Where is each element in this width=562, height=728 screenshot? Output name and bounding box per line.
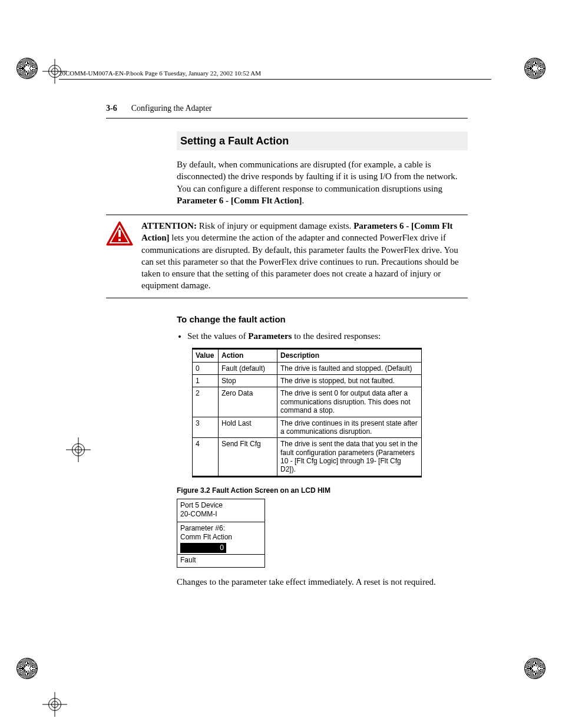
- him-bottom: Fault: [177, 555, 265, 568]
- cell-value: 3: [193, 417, 219, 438]
- him-param-number: Parameter #6:: [180, 524, 262, 533]
- attention-icon: [106, 221, 133, 246]
- table-row: 4 Send Flt Cfg The drive is sent the dat…: [193, 438, 422, 477]
- cell-value: 1: [193, 374, 219, 387]
- running-head: 3-6 Configuring the Adapter: [106, 103, 468, 114]
- section-heading: Setting a Fault Action: [177, 131, 468, 150]
- instruction-item: Set the values of Parameters to the desi…: [187, 330, 468, 342]
- attention-block: ATTENTION: Risk of injury or equipment d…: [106, 215, 468, 298]
- attention-body: lets you determine the action of the ada…: [141, 233, 459, 290]
- subheading: To change the fault action: [177, 314, 468, 325]
- page-content: 3-6 Configuring the Adapter Setting a Fa…: [106, 103, 468, 651]
- printer-ring-bottom-right: [524, 658, 546, 679]
- intro-text: By default, when communications are disr…: [177, 160, 458, 193]
- chapter-title: Configuring the Adapter: [131, 103, 212, 114]
- table-row: 2 Zero Data The drive is sent 0 for outp…: [193, 387, 422, 417]
- svg-rect-2: [118, 230, 121, 237]
- svg-rect-3: [118, 239, 121, 241]
- intro-param-bold: Parameter 6 - [Comm Flt Action]: [177, 196, 302, 205]
- cell-description: The drive continues in its present state…: [277, 417, 422, 438]
- him-screen: Port 5 Device 20-COMM-I Parameter #6: Co…: [177, 499, 265, 568]
- book-header-text: 20COMM-UM007A-EN-P.book Page 6 Tuesday, …: [59, 70, 261, 77]
- col-value: Value: [193, 349, 219, 362]
- instruction-list: Set the values of Parameters to the desi…: [187, 330, 468, 342]
- registration-mark-side: [70, 441, 87, 459]
- him-device-line: 20-COMM-I: [180, 510, 262, 519]
- cell-description: The drive is stopped, but not faulted.: [277, 374, 422, 387]
- col-description: Description: [277, 349, 422, 362]
- bullet-bold: Parameters: [248, 331, 292, 341]
- closing-paragraph: Changes to the parameter take effect imm…: [177, 576, 468, 588]
- cell-description: The drive is faulted and stopped. (Defau…: [277, 362, 422, 374]
- cell-description: The drive is sent the data that you set …: [277, 438, 422, 477]
- intro-period: .: [302, 196, 305, 205]
- cell-action: Fault (default): [219, 362, 277, 374]
- bullet-prefix: Set the values of: [187, 331, 248, 341]
- intro-paragraph: By default, when communications are disr…: [177, 159, 468, 206]
- cell-action: Hold Last: [219, 417, 277, 438]
- him-param-name: Comm Flt Action: [180, 533, 262, 542]
- table-row: 1 Stop The drive is stopped, but not fau…: [193, 374, 422, 387]
- figure-caption: Figure 3.2 Fault Action Screen on an LCD…: [177, 486, 468, 495]
- attention-text: ATTENTION: Risk of injury or equipment d…: [141, 220, 468, 292]
- table-header-row: Value Action Description: [193, 349, 422, 362]
- cell-value: 2: [193, 387, 219, 417]
- him-top: Port 5 Device 20-COMM-I: [177, 499, 265, 522]
- printer-ring-top-right: [524, 58, 546, 79]
- cell-action: Zero Data: [219, 387, 277, 417]
- attention-lead-rest: Risk of injury or equipment damage exist…: [197, 221, 353, 230]
- attention-lead: ATTENTION:: [141, 221, 197, 230]
- fault-action-table: Value Action Description 0 Fault (defaul…: [192, 348, 422, 477]
- him-middle: Parameter #6: Comm Flt Action 0: [177, 522, 265, 555]
- table-row: 3 Hold Last The drive continues in its p…: [193, 417, 422, 438]
- book-header: 20COMM-UM007A-EN-P.book Page 6 Tuesday, …: [59, 70, 491, 80]
- cell-value: 4: [193, 438, 219, 477]
- col-action: Action: [219, 349, 277, 362]
- cell-action: Stop: [219, 374, 277, 387]
- table-row: 0 Fault (default) The drive is faulted a…: [193, 362, 422, 374]
- page-number: 3-6: [106, 103, 117, 114]
- cell-description: The drive is sent 0 for output data afte…: [277, 387, 422, 417]
- cell-value: 0: [193, 362, 219, 374]
- printer-ring-bottom-left: [16, 658, 38, 679]
- printer-ring-top-left: [16, 58, 38, 79]
- registration-mark: [46, 696, 64, 713]
- him-port-line: Port 5 Device: [180, 501, 262, 510]
- him-value-box: 0: [180, 543, 226, 553]
- him-status: Fault: [180, 556, 262, 565]
- cell-action: Send Flt Cfg: [219, 438, 277, 477]
- bullet-suffix: to the desired responses:: [292, 331, 381, 341]
